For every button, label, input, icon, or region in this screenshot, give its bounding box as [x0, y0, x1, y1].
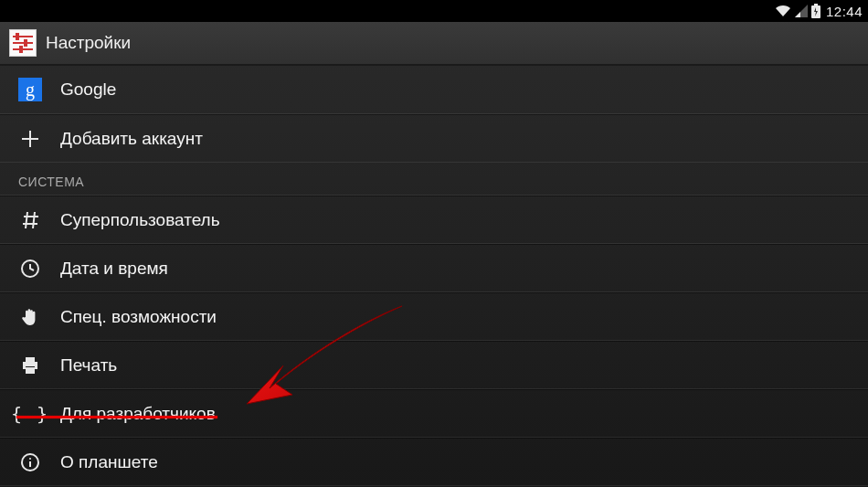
section-header-system: СИСТЕМА [0, 163, 868, 196]
row-developer-options[interactable]: { } Для разработчиков [0, 389, 868, 438]
row-google-account[interactable]: g Google [0, 66, 868, 114]
row-label: Спец. возможности [60, 307, 217, 327]
status-bar: 12:44 [0, 0, 868, 22]
svg-line-5 [33, 212, 35, 228]
row-date-time[interactable]: Дата и время [0, 244, 868, 292]
braces-icon: { } [18, 403, 42, 425]
signal-icon [795, 5, 808, 17]
row-label: О планшете [60, 452, 158, 472]
plus-icon [18, 129, 42, 149]
svg-line-4 [26, 212, 27, 228]
svg-rect-8 [26, 367, 35, 374]
row-label: Для разработчиков [60, 404, 216, 424]
row-label: Дата и время [60, 259, 168, 279]
settings-app-icon [9, 29, 37, 57]
title-bar: Настройки [0, 22, 868, 66]
row-accessibility[interactable]: Спец. возможности [0, 292, 868, 341]
battery-charging-icon [811, 4, 820, 18]
section-label: СИСТЕМА [18, 175, 84, 189]
row-label: Добавить аккаунт [60, 129, 203, 149]
row-superuser[interactable]: Суперпользователь [0, 196, 868, 244]
row-about-tablet[interactable]: О планшете [0, 438, 868, 486]
row-label: Google [60, 79, 116, 100]
page-title: Настройки [46, 33, 131, 53]
printer-icon [18, 355, 42, 376]
wifi-icon [775, 5, 791, 17]
svg-rect-7 [26, 357, 35, 362]
hand-icon [18, 307, 42, 327]
row-label: Суперпользователь [60, 210, 220, 230]
svg-point-10 [29, 458, 31, 460]
google-icon: g [18, 78, 42, 101]
settings-list: g Google Добавить аккаунт СИСТЕМА Суперп… [0, 66, 868, 486]
hash-icon [18, 210, 42, 230]
row-print[interactable]: Печать [0, 341, 868, 389]
row-add-account[interactable]: Добавить аккаунт [0, 114, 868, 163]
svg-rect-1 [814, 4, 818, 5]
status-time: 12:44 [826, 4, 863, 19]
row-label: Печать [60, 355, 117, 376]
clock-icon [18, 259, 42, 279]
info-icon [18, 452, 42, 472]
